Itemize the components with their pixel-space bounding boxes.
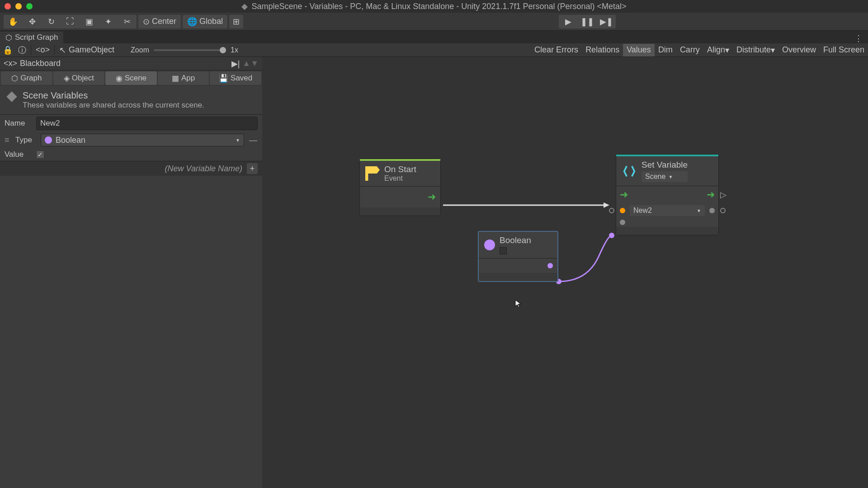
node-on-start[interactable]: On Start Event ➜ [359, 159, 441, 216]
check-icon: ✓ [38, 151, 43, 158]
node-set-variable[interactable]: Set Variable Scene▼ ➜ ➜ ▷ New2▼ [616, 154, 719, 235]
panel-menu-button[interactable]: ⋮ [849, 33, 868, 43]
panel-tabs: ⬡ Script Graph ⋮ [0, 31, 868, 43]
distribute-dropdown[interactable]: Distribute ▾ [733, 44, 778, 56]
object-scope-icon: ◈ [64, 74, 70, 83]
svg-marker-1 [604, 202, 609, 208]
boolean-node-title: Boolean [500, 235, 531, 245]
window-title: SampleScene - Variables - PC, Mac & Linu… [251, 2, 626, 11]
unity-logo-icon: ◆ [241, 1, 248, 11]
panel-scroll[interactable]: ▲▼ [242, 59, 259, 69]
scope-tab-app[interactable]: ▦App [158, 71, 209, 85]
main-toolbar: ✋ ✥ ↻ ⛶ ▣ ✦ ✂ ⊙ Center 🌐 Global ⊞ ▶ ❚❚ ▶… [0, 13, 868, 31]
zoom-handle[interactable] [220, 47, 226, 53]
rotate-tool[interactable]: ↻ [42, 15, 61, 28]
variable-name-dropdown[interactable]: New2▼ [630, 205, 705, 216]
name-output-port[interactable] [709, 208, 715, 213]
minimize-window-button[interactable] [15, 3, 22, 9]
fullscreen-button[interactable]: Full Screen [820, 44, 868, 56]
boolean-type-icon [45, 136, 52, 144]
transform-tool[interactable]: ✦ [99, 15, 118, 28]
drag-handle-icon[interactable]: ≡ [5, 136, 11, 145]
flow-output-port[interactable]: ➜ [707, 189, 715, 201]
value-input-port[interactable] [620, 220, 625, 225]
scene-variables-subtitle: These variables are shared across the cu… [23, 101, 204, 110]
titlebar: ◆ SampleScene - Variables - PC, Mac & Li… [0, 0, 868, 13]
graph-icon: ⬡ [5, 33, 12, 42]
name-input-port[interactable] [609, 208, 614, 213]
svg-point-3 [609, 233, 614, 238]
code-view-button[interactable]: <o> [33, 44, 52, 56]
blackboard-title: Blackboard [20, 59, 61, 68]
pause-button[interactable]: ❚❚ [578, 15, 597, 28]
script-graph-tab[interactable]: ⬡ Script Graph [0, 32, 63, 43]
chevron-down-icon: ▼ [236, 138, 240, 143]
zoom-slider[interactable] [154, 49, 226, 51]
zoom-label: Zoom [131, 46, 149, 54]
variable-scope-dropdown[interactable]: Scene▼ [642, 171, 688, 182]
graph-canvas[interactable]: On Start Event ➜ Boolean [262, 57, 868, 488]
flow-input-port[interactable]: ➜ [620, 189, 628, 201]
flag-icon [365, 166, 380, 181]
variable-type-dropdown[interactable]: Boolean ▼ [41, 134, 244, 146]
blackboard-icon: <x> [4, 59, 17, 68]
target-icon: ↖ [59, 45, 66, 55]
saved-scope-icon: 💾 [219, 74, 228, 83]
scene-variables-icon [5, 90, 18, 103]
scope-tab-saved[interactable]: 💾Saved [210, 71, 261, 85]
mouse-cursor [514, 299, 524, 308]
variable-value-checkbox[interactable]: ✓ [36, 150, 44, 159]
name-port-indicator [620, 208, 625, 213]
values-button[interactable]: Values [623, 44, 655, 56]
clear-errors-button[interactable]: Clear Errors [531, 44, 582, 56]
scope-tab-object[interactable]: ◈Object [53, 71, 105, 85]
pivot-mode-button[interactable]: ⊙ Center [138, 15, 181, 28]
new-variable-placeholder: (New Variable Name) [5, 164, 247, 174]
relations-button[interactable]: Relations [582, 44, 623, 56]
name-label: Name [5, 119, 32, 128]
move-tool[interactable]: ✥ [23, 15, 42, 28]
global-icon: 🌐 [187, 17, 197, 27]
step-button[interactable]: ▶❚ [597, 15, 616, 28]
type-label: Type [15, 136, 36, 145]
app-scope-icon: ▦ [172, 74, 179, 83]
close-window-button[interactable] [5, 3, 11, 9]
scene-variables-title: Scene Variables [23, 90, 204, 101]
handle-rotation-button[interactable]: 🌐 Global [183, 15, 227, 28]
set-variable-title: Set Variable [642, 160, 688, 170]
info-button[interactable]: ⓘ [15, 44, 29, 56]
flow-trigger-port[interactable]: ▷ [720, 190, 726, 200]
scope-tab-graph[interactable]: ⬡Graph [1, 71, 52, 85]
remove-variable-button[interactable]: — [249, 136, 258, 145]
add-variable-button[interactable]: + [247, 163, 258, 174]
rect-tool[interactable]: ▣ [80, 15, 99, 28]
snap-button[interactable]: ⊞ [229, 15, 243, 28]
graph-scope-icon: ⬡ [11, 74, 18, 83]
hand-tool[interactable]: ✋ [4, 15, 23, 28]
play-button[interactable]: ▶ [559, 15, 578, 28]
blackboard-panel: <x> Blackboard ▶| ▲▼ ⬡Graph ◈Object ◉Sce… [0, 57, 262, 488]
flow-output-port[interactable]: ➜ [428, 191, 436, 203]
breadcrumb-gameobject[interactable]: ↖ GameObject [57, 44, 117, 56]
boolean-value-checkbox[interactable] [500, 247, 507, 254]
collapse-panel-button[interactable]: ▶| [231, 59, 240, 69]
align-dropdown[interactable]: Align ▾ [703, 44, 733, 56]
name-output-ext-port[interactable] [720, 208, 726, 213]
carry-button[interactable]: Carry [676, 44, 703, 56]
value-label: Value [5, 150, 32, 159]
on-start-subtitle: Event [384, 174, 416, 183]
on-start-title: On Start [384, 164, 416, 174]
overview-button[interactable]: Overview [778, 44, 820, 56]
custom-tool[interactable]: ✂ [118, 15, 137, 28]
node-boolean-literal[interactable]: Boolean [478, 231, 558, 282]
grid-snap-icon: ⊞ [233, 17, 240, 27]
value-output-port[interactable] [547, 263, 553, 268]
lock-button[interactable]: 🔒 [0, 44, 15, 56]
maximize-window-button[interactable] [26, 3, 33, 9]
center-icon: ⊙ [143, 17, 150, 27]
dim-button[interactable]: Dim [655, 44, 676, 56]
boolean-type-icon [484, 239, 495, 250]
scale-tool[interactable]: ⛶ [61, 15, 80, 28]
scope-tab-scene[interactable]: ◉Scene [105, 71, 157, 85]
variable-name-input[interactable] [36, 117, 258, 130]
